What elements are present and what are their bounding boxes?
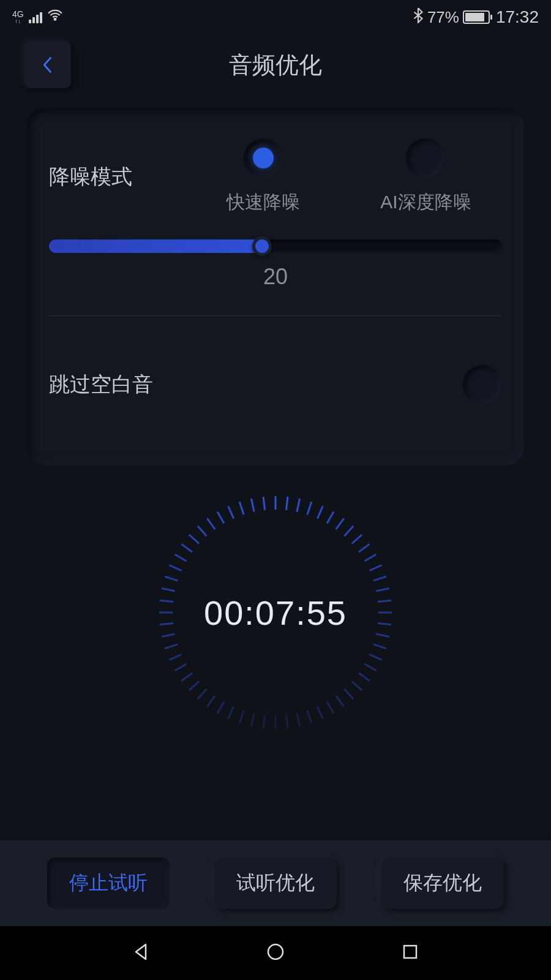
slider-fill: [49, 239, 262, 253]
slider-track: [49, 239, 502, 253]
back-button[interactable]: [24, 42, 71, 88]
option-ai-denoise[interactable]: AI深度降噪: [380, 138, 471, 215]
nav-recent-icon[interactable]: [398, 940, 422, 967]
timer-zone: 00:07:55: [0, 496, 551, 729]
timer-dial: 00:07:55: [159, 496, 392, 729]
nav-back-icon[interactable]: [129, 940, 153, 967]
svg-point-1: [268, 944, 283, 959]
slider-value: 20: [49, 264, 502, 290]
slider-thumb[interactable]: [252, 236, 272, 256]
network-indicator: 4G ↑↓: [12, 10, 24, 24]
noise-mode-options: 快速降噪 AI深度降噪: [196, 138, 502, 215]
battery-icon: [463, 10, 490, 24]
action-bar: 停止试听 试听优化 保存优化: [0, 840, 551, 926]
status-bar: 4G ↑↓ 77% 17:32: [0, 0, 551, 34]
save-optimize-button[interactable]: 保存优化: [381, 858, 504, 909]
noise-mode-label: 降噪模式: [49, 163, 196, 191]
option-fast-denoise[interactable]: 快速降噪: [227, 138, 300, 215]
chevron-left-icon: [39, 55, 56, 75]
radio-icon: [244, 138, 283, 178]
stop-preview-button[interactable]: 停止试听: [47, 858, 170, 909]
android-nav-bar: [0, 926, 551, 980]
radio-icon: [406, 138, 445, 178]
bluetooth-icon: [413, 7, 424, 27]
battery-percent: 77%: [427, 8, 459, 27]
svg-point-0: [54, 18, 56, 20]
page-title: 音频优化: [0, 50, 551, 81]
signal-bars-icon: [29, 11, 42, 23]
preview-optimize-button[interactable]: 试听优化: [214, 858, 337, 909]
nav-home-icon[interactable]: [263, 940, 288, 967]
denoise-slider[interactable]: 20: [49, 239, 502, 290]
settings-card: 降噪模式 快速降噪 AI深度降噪 20 跳过空白音: [27, 108, 524, 466]
skip-silence-toggle[interactable]: [463, 365, 502, 404]
skip-silence-label: 跳过空白音: [49, 371, 153, 399]
status-time: 17:32: [496, 7, 539, 27]
header: 音频优化: [0, 34, 551, 96]
wifi-icon: [47, 7, 63, 28]
svg-rect-2: [404, 946, 416, 958]
